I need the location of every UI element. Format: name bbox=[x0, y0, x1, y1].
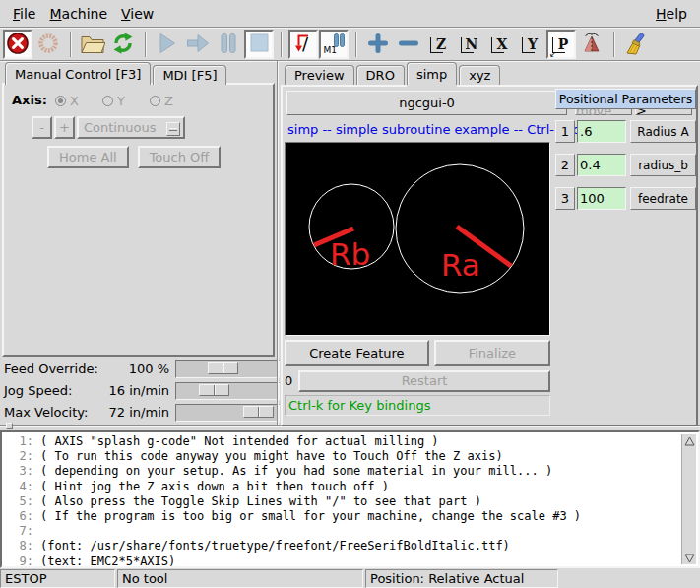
create-feature-button[interactable]: Create Feature bbox=[285, 340, 429, 366]
clear-plot-button[interactable] bbox=[621, 30, 651, 59]
gcode-line: 7: bbox=[4, 524, 698, 539]
reload-icon bbox=[111, 32, 135, 58]
menu-view[interactable]: View bbox=[114, 4, 160, 24]
finalize-button[interactable]: Finalize bbox=[434, 340, 550, 366]
broom-icon bbox=[624, 32, 648, 58]
machine-power-button[interactable] bbox=[33, 30, 63, 59]
parameter-name: radius_b bbox=[630, 154, 696, 176]
slider-handle[interactable] bbox=[199, 384, 229, 396]
parameter-name: Radius A bbox=[630, 120, 696, 143]
max-velocity-label: Max Velocity: bbox=[4, 405, 88, 420]
axis-radio-y[interactable]: Y bbox=[102, 94, 125, 108]
dropdown-indicator-icon bbox=[166, 122, 180, 136]
tab-dro[interactable]: DRO bbox=[356, 65, 405, 85]
radius-b-input[interactable]: 0.4 bbox=[577, 154, 626, 176]
zoom-out-icon bbox=[398, 33, 419, 57]
pane-divider[interactable] bbox=[277, 61, 279, 427]
feedrate-input[interactable]: 100 bbox=[577, 187, 626, 210]
parameter-number: 1 bbox=[555, 120, 575, 143]
jog-speed-value: 16 in/min bbox=[81, 383, 169, 398]
view-x-button[interactable]: X bbox=[485, 30, 515, 59]
pause-button[interactable] bbox=[214, 30, 243, 59]
parameter-number: 3 bbox=[555, 187, 575, 210]
toggle-optional-pause-button[interactable]: M1 bbox=[319, 30, 349, 59]
restart-button[interactable]: Restart bbox=[298, 370, 550, 392]
touch-off-button[interactable]: Touch Off bbox=[138, 146, 222, 168]
open-folder-icon bbox=[80, 33, 105, 57]
jog-minus-button[interactable]: - bbox=[32, 116, 52, 139]
zoom-in-button[interactable] bbox=[363, 30, 393, 59]
restart-count: 0 bbox=[285, 373, 298, 388]
app-window: File Machine View Help bbox=[0, 0, 700, 588]
jog-speed-slider[interactable] bbox=[175, 382, 280, 400]
estop-button[interactable] bbox=[3, 30, 32, 59]
ngcgui-instance-button[interactable]: ngcgui-0 bbox=[286, 91, 567, 115]
machine-power-icon bbox=[36, 32, 60, 58]
tab-xyz[interactable]: xyz bbox=[459, 65, 500, 85]
jog-mode-dropdown[interactable]: Continuous bbox=[77, 116, 185, 139]
stop-button[interactable] bbox=[244, 30, 274, 59]
radius-b-label: Rb bbox=[330, 236, 370, 272]
zoom-in-icon bbox=[367, 33, 389, 57]
gcode-line: 8:(font: /usr/share/fonts/truetype/freef… bbox=[4, 539, 698, 554]
reload-button[interactable] bbox=[108, 30, 138, 59]
tab-simp[interactable]: simp bbox=[407, 62, 457, 85]
home-all-button[interactable]: Home All bbox=[47, 146, 129, 168]
menu-machine[interactable]: Machine bbox=[42, 4, 114, 24]
max-velocity-row: Max Velocity: 72 in/min bbox=[4, 403, 278, 423]
tab-preview[interactable]: Preview bbox=[285, 65, 354, 85]
scroll-up-icon[interactable] bbox=[683, 434, 696, 447]
menu-help[interactable]: Help bbox=[649, 4, 694, 24]
parameter-number: 2 bbox=[555, 154, 575, 176]
sash-grip[interactable] bbox=[6, 423, 13, 429]
view-z-rotated-button[interactable]: N bbox=[455, 30, 484, 59]
scroll-down-icon[interactable] bbox=[683, 552, 696, 564]
toggle-skip-lines-button[interactable]: / bbox=[288, 30, 318, 59]
view-p-button[interactable]: P bbox=[546, 30, 576, 59]
run-button[interactable] bbox=[153, 30, 182, 59]
parameter-name: feedrate bbox=[630, 187, 696, 210]
radius-a-input[interactable]: .6 bbox=[577, 120, 626, 143]
toolbar: / M1 Z N X Y bbox=[0, 29, 700, 60]
step-button[interactable] bbox=[183, 30, 213, 59]
parameter-row: 2 0.4 radius_b bbox=[555, 154, 696, 176]
tab-mdi[interactable]: MDI [F5] bbox=[153, 65, 226, 85]
rotate-view-button[interactable] bbox=[577, 30, 606, 59]
menu-file[interactable]: File bbox=[6, 4, 42, 24]
home-row: Home All Touch Off bbox=[47, 146, 229, 168]
open-file-button[interactable] bbox=[78, 30, 107, 59]
gcode-text-area[interactable]: 1:( AXIS "splash g-code" Not intended fo… bbox=[0, 430, 700, 568]
gcode-line: 2:( To run this code anyway you might ha… bbox=[4, 449, 698, 464]
jog-plus-button[interactable]: + bbox=[54, 116, 75, 139]
slider-handle[interactable] bbox=[243, 406, 274, 418]
view-y-button[interactable]: Y bbox=[516, 30, 545, 59]
zoom-out-button[interactable] bbox=[394, 30, 423, 59]
gcode-scrollbar[interactable] bbox=[681, 434, 696, 564]
estop-icon bbox=[6, 32, 30, 58]
position-mode-status: Position: Relative Actual bbox=[365, 569, 558, 588]
y-view-icon: Y bbox=[520, 34, 541, 55]
axis-row: Axis: X Y Z bbox=[12, 93, 258, 108]
view-z-button[interactable]: Z bbox=[424, 30, 454, 59]
feed-override-row: Feed Override: 100 % bbox=[4, 359, 278, 379]
gcode-line: 6:( If the program is too big or small f… bbox=[4, 509, 698, 524]
radius-a-label: Ra bbox=[441, 247, 480, 283]
perspective-view-icon: P bbox=[550, 34, 572, 55]
simp-panel: ngcgui-0 <--move move--> simp -- simple … bbox=[281, 85, 698, 426]
right-tab-bar: Preview DRO simp xyz bbox=[285, 62, 502, 85]
parameter-row: 3 100 feedrate bbox=[555, 187, 696, 210]
tool-status: No tool bbox=[117, 569, 363, 588]
gcode-line: 4:( Hint jog the Z axis down a bit then … bbox=[4, 480, 698, 494]
tab-manual-control[interactable]: Manual Control [F3] bbox=[5, 62, 151, 85]
max-velocity-slider[interactable] bbox=[175, 404, 280, 422]
circles-drawing: Rb Ra bbox=[286, 143, 547, 333]
axis-radio-x[interactable]: X bbox=[55, 94, 79, 108]
axis-radio-z[interactable]: Z bbox=[150, 94, 173, 108]
machine-state-status: ESTOP bbox=[0, 569, 115, 588]
stop-icon bbox=[250, 33, 269, 55]
gcode-line: 1:( AXIS "splash g-code" Not intended fo… bbox=[4, 434, 698, 449]
menu-bar: File Machine View Help bbox=[0, 0, 700, 27]
feed-override-slider[interactable] bbox=[175, 360, 280, 378]
positional-parameters: Positional Parameters 1 .6 Radius A 2 0.… bbox=[555, 89, 696, 210]
slider-handle[interactable] bbox=[208, 362, 238, 374]
